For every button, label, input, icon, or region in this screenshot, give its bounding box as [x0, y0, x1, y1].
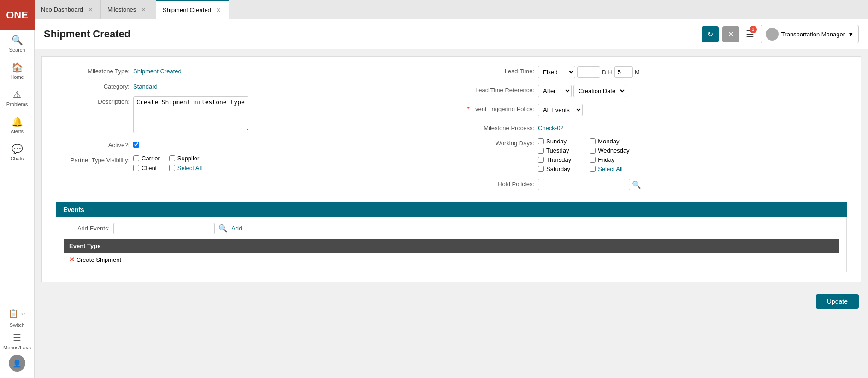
lead-time-after-select[interactable]: After Before: [538, 85, 572, 97]
sidebar-switch-button[interactable]: 📋 ↔: [0, 305, 34, 322]
description-row: Description: Create Shipment milestone t…: [56, 96, 442, 133]
hold-policies-search-button[interactable]: 🔍: [632, 180, 641, 189]
carrier-checkbox[interactable]: [133, 155, 139, 161]
tab-milestones[interactable]: Milestones ✕: [101, 0, 156, 19]
app-logo[interactable]: ONE: [0, 0, 35, 30]
lead-time-m-label: M: [635, 69, 640, 76]
events-table: Event Type ✕ Create Shipment: [64, 239, 839, 266]
page-title: Shipment Created: [44, 28, 702, 40]
tab-neo-dashboard[interactable]: Neo Dashboard ✕: [35, 0, 101, 19]
menu-button[interactable]: ☰ 1: [743, 26, 757, 42]
hold-policies-label: Hold Policies:: [461, 179, 534, 188]
add-events-label: Add Events:: [64, 225, 110, 232]
monday-checkbox[interactable]: [590, 138, 596, 144]
footer: Update: [35, 289, 868, 313]
lead-time-d-input[interactable]: [577, 66, 600, 78]
add-events-link[interactable]: Add: [231, 225, 242, 232]
working-days-label: Working Days:: [461, 138, 534, 147]
saturday-label: Saturday: [546, 165, 570, 172]
lead-time-type-select[interactable]: Fixed Variable: [538, 66, 575, 78]
select-all-days-label[interactable]: Select All: [598, 165, 622, 172]
friday-checkbox[interactable]: [590, 157, 596, 163]
active-row: Active?:: [56, 140, 442, 148]
client-label: Client: [142, 165, 157, 171]
tab-milestones-close[interactable]: ✕: [140, 6, 147, 13]
form-panel: Milestone Type: Shipment Created Categor…: [41, 56, 861, 282]
thursday-label: Thursday: [546, 156, 571, 163]
refresh-button[interactable]: ↻: [702, 26, 719, 42]
thursday-checkbox[interactable]: [538, 157, 544, 163]
sunday-row: Sunday: [538, 138, 571, 145]
milestone-process-value[interactable]: Check-02: [538, 123, 564, 131]
events-header-label: Events: [63, 206, 84, 213]
wednesday-checkbox[interactable]: [590, 148, 596, 154]
user-avatar[interactable]: 👤: [9, 355, 25, 372]
event-triggering-select[interactable]: All Events First Event Last Event: [538, 104, 583, 116]
tabbar: Neo Dashboard ✕ Milestones ✕ Shipment Cr…: [35, 0, 868, 19]
add-events-search-button[interactable]: 🔍: [218, 224, 228, 233]
event-triggering-row: * Event Triggering Policy: All Events Fi…: [461, 104, 847, 116]
supplier-checkbox[interactable]: [169, 155, 175, 161]
tab-shipment-created-close[interactable]: ✕: [215, 6, 222, 14]
supplier-label: Supplier: [177, 155, 200, 162]
event-row-extra-cell: [183, 253, 839, 266]
description-input[interactable]: Create Shipment milestone type: [133, 96, 248, 133]
active-checkbox[interactable]: [133, 142, 139, 148]
sunday-checkbox[interactable]: [538, 138, 544, 144]
carrier-row: Carrier: [133, 155, 160, 162]
user-dropdown[interactable]: Transportation Manager ▼: [761, 25, 859, 43]
sidebar-item-alerts[interactable]: 🔔 Alerts: [0, 112, 34, 139]
lead-time-ref-inputs: After Before Creation Date Delivery Date: [538, 85, 626, 97]
event-extra-header: [183, 239, 839, 253]
client-row: Client: [133, 165, 160, 171]
sidebar-item-chats-label: Chats: [11, 156, 24, 161]
sidebar-item-problems[interactable]: ⚠ Problems: [0, 84, 34, 112]
remove-event-button[interactable]: ✕: [69, 256, 75, 263]
friday-row: Friday: [590, 156, 629, 163]
tab-shipment-created[interactable]: Shipment Created ✕: [156, 0, 229, 19]
partner-type-row: Partner Type Visibility: Carrier Client: [56, 155, 442, 171]
select-all-partner-label[interactable]: Select All: [177, 165, 202, 171]
lead-time-m-input[interactable]: [614, 66, 633, 78]
page-header: Shipment Created ↻ ✕ ☰ 1 Transportation …: [35, 19, 868, 49]
close-button[interactable]: ✕: [722, 26, 739, 42]
content-area: Milestone Type: Shipment Created Categor…: [35, 49, 868, 378]
description-label: Description:: [56, 96, 130, 105]
partner-type-label: Partner Type Visibility:: [56, 155, 130, 164]
table-row: ✕ Create Shipment: [64, 253, 839, 266]
active-label: Active?:: [56, 140, 130, 148]
supplier-row: Supplier: [169, 155, 202, 162]
saturday-checkbox[interactable]: [538, 166, 544, 172]
lead-time-creation-select[interactable]: Creation Date Delivery Date: [573, 85, 626, 97]
sidebar-bottom: ☰ Menus/Favs 👤: [0, 328, 34, 378]
tab-shipment-created-label: Shipment Created: [163, 6, 211, 13]
sidebar-item-search[interactable]: 🔍 Search: [0, 30, 34, 57]
lead-time-label: Lead Time:: [461, 66, 534, 75]
event-type-header: Event Type: [64, 239, 183, 253]
home-icon: 🏠: [12, 62, 23, 73]
add-events-input[interactable]: [113, 223, 215, 234]
select-all-partner-checkbox[interactable]: [169, 165, 175, 171]
sidebar-switch-label: Switch: [10, 322, 24, 328]
hold-policies-input[interactable]: [538, 179, 630, 190]
tuesday-row: Tuesday: [538, 147, 571, 154]
sidebar-item-home[interactable]: 🏠 Home: [0, 57, 34, 84]
dropdown-chevron-icon: ▼: [848, 31, 854, 38]
sidebar-item-chats[interactable]: 💬 Chats: [0, 139, 34, 166]
sidebar: ONE 🔍 Search 🏠 Home ⚠ Problems 🔔 Alerts …: [0, 0, 35, 378]
category-value: Standard: [133, 81, 158, 90]
tab-neo-dashboard-close[interactable]: ✕: [87, 6, 94, 13]
select-all-days-checkbox[interactable]: [590, 166, 596, 172]
tuesday-checkbox[interactable]: [538, 148, 544, 154]
milestone-process-label: Milestone Process:: [461, 123, 534, 131]
user-role-label: Transportation Manager: [781, 31, 845, 38]
lead-time-ref-row: Lead Time Reference: After Before Creati…: [461, 85, 847, 97]
switch-icon-arrow: ↔: [20, 310, 26, 317]
saturday-row: Saturday: [538, 165, 571, 172]
client-checkbox[interactable]: [133, 165, 139, 171]
wednesday-label: Wednesday: [598, 147, 629, 154]
monday-label: Monday: [598, 138, 619, 145]
update-button[interactable]: Update: [816, 294, 859, 309]
monday-row: Monday: [590, 138, 629, 145]
sidebar-item-menus[interactable]: ☰ Menus/Favs: [0, 328, 34, 355]
